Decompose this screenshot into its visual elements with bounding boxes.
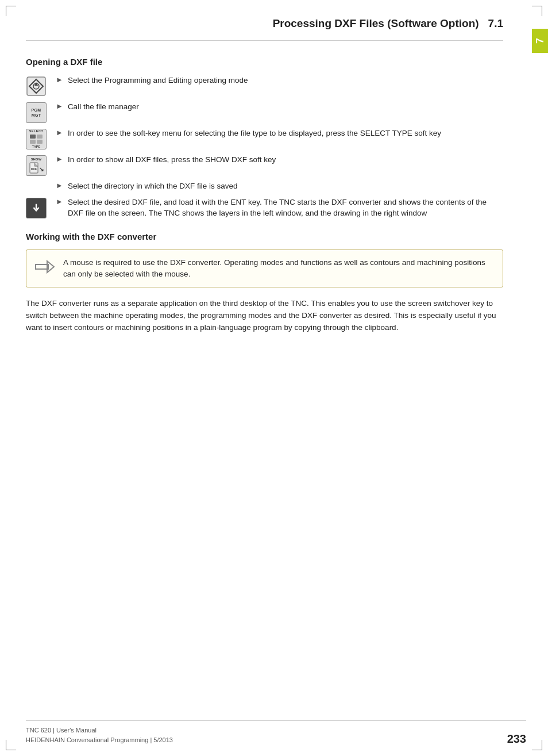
step-arrow-row-4: ► In order to show all DXF files, press … [56,154,503,166]
step-icon-cell-4: SHOW DXF ↘ [26,154,56,176]
step-row-2: PGM MGT ► Call the file manager [26,101,503,123]
step-text-5: Select the directory in which the DXF fi… [68,181,238,192]
svg-text:DXF: DXF [31,167,37,171]
working-section-heading: Working with the DXF converter [26,232,503,241]
step-icon-cell-6 [26,197,56,218]
footer-left: TNC 620 | User's Manual HEIDENHAIN Conve… [26,726,173,746]
working-section: Working with the DXF converter A mouse i… [26,232,503,288]
step-text-cell-4: ► In order to show all DXF files, press … [56,154,503,166]
step-text-1: Select the Programming and Editing opera… [68,75,248,86]
svg-rect-5 [37,135,43,139]
step-arrow-1: ► [56,75,63,84]
step-text-cell-6: ► Select the desired DXF file, and load … [56,197,503,219]
step-text-cell-2: ► Call the file manager [56,101,503,113]
step-icon-cell-5 [26,181,56,182]
step-text-cell-5: ► Select the directory in which the DXF … [56,181,503,192]
chapter-number: 7 [534,38,546,44]
note-icon [34,258,55,277]
step-icon-cell-3: SELECT TYPE [26,128,56,149]
page-content: Processing DXF Files (Software Option) 7… [0,0,532,756]
step-arrow-row-2: ► Call the file manager [56,101,503,113]
header-section: 7.1 [488,17,503,30]
note-box: A mouse is required to use the DXF conve… [26,250,503,288]
header-title: Processing DXF Files (Software Option) [273,17,479,30]
step-arrow-4: ► [56,155,63,163]
step-row-6: ► Select the desired DXF file, and load … [26,197,503,219]
select-type-icon: SELECT TYPE [26,129,47,149]
svg-text:↘: ↘ [39,166,44,172]
programming-mode-icon [26,76,47,97]
step-text-6: Select the desired DXF file, and load it… [68,197,503,219]
corner-mark-tr [532,6,542,16]
svg-rect-4 [30,135,36,139]
page-header: Processing DXF Files (Software Option) 7… [26,17,503,41]
step-icon-cell-2: PGM MGT [26,101,56,123]
page-footer: TNC 620 | User's Manual HEIDENHAIN Conve… [26,720,526,746]
step-arrow-row-3: ► In order to see the soft-key menu for … [56,128,503,139]
footer-line2: HEIDENHAIN Conversational Programming | … [26,735,173,746]
note-text: A mouse is required to use the DXF conve… [63,257,495,281]
step-row-5: ► Select the directory in which the DXF … [26,181,503,192]
step-arrow-row-6: ► Select the desired DXF file, and load … [56,197,503,219]
chapter-tab: 7 [532,29,548,53]
step-arrow-row-5: ► Select the directory in which the DXF … [56,181,503,192]
step-icon-cell-1 [26,75,56,97]
svg-rect-7 [37,140,43,144]
step-text-4: In order to show all DXF files, press th… [68,154,276,166]
step-arrow-row-1: ► Select the Programming and Editing ope… [56,75,503,86]
body-text: The DXF converter runs as a separate app… [26,298,503,334]
step-arrow-5: ► [56,181,63,190]
step-row-3: SELECT TYPE ► In order to see the soft- [26,128,503,149]
enter-icon [26,198,47,218]
step-row-4: SHOW DXF ↘ [26,154,503,176]
step-arrow-3: ► [56,128,63,137]
step-text-3: In order to see the soft-key menu for se… [68,128,441,139]
step-text-2: Call the file manager [68,101,139,113]
opening-section: Opening a DXF file ► [26,57,503,219]
pgm-mgt-icon: PGM MGT [26,102,47,123]
step-row-1: ► Select the Programming and Editing ope… [26,75,503,97]
svg-rect-6 [30,140,36,144]
footer-line1: TNC 620 | User's Manual [26,726,173,736]
step-arrow-6: ► [56,197,63,206]
step-text-cell-1: ► Select the Programming and Editing ope… [56,75,503,86]
step-arrow-2: ► [56,102,63,110]
step-text-cell-3: ► In order to see the soft-key menu for … [56,128,503,139]
opening-section-heading: Opening a DXF file [26,57,503,67]
corner-mark-br [532,740,542,750]
svg-rect-13 [36,264,48,269]
show-dxf-icon: SHOW DXF ↘ [26,155,47,176]
page-number: 233 [507,732,526,746]
